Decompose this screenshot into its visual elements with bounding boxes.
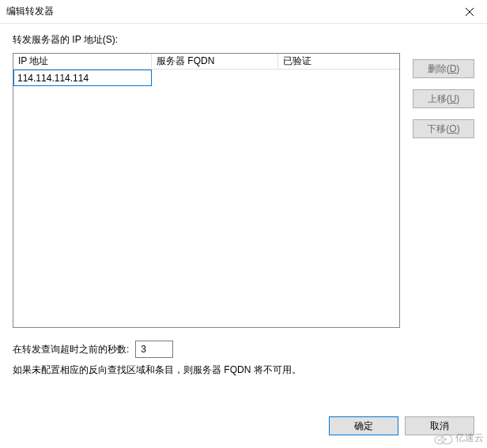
forwarders-table: IP 地址 服务器 FQDN 已验证 (13, 53, 400, 328)
note-text: 如果未配置相应的反向查找区域和条目，则服务器 FQDN 将不可用。 (13, 363, 474, 377)
timeout-label: 在转发查询超时之前的秒数: (13, 343, 129, 356)
table-row (13, 70, 399, 86)
svg-point-3 (445, 438, 447, 439)
ok-button[interactable]: 确定 (329, 416, 398, 435)
dialog-content: 转发服务器的 IP 地址(S): IP 地址 服务器 FQDN 已验证 删除(D… (0, 24, 487, 328)
timeout-row: 在转发查询超时之前的秒数: (13, 341, 474, 358)
side-buttons: 删除(D) 上移(U) 下移(O) (413, 53, 474, 328)
watermark-text: 亿速云 (455, 431, 484, 445)
close-button[interactable] (451, 0, 487, 24)
close-icon (466, 8, 474, 16)
ip-input[interactable] (13, 70, 152, 86)
dialog-title: 编辑转发器 (6, 5, 54, 18)
bottom-area: 在转发查询超时之前的秒数: 如果未配置相应的反向查找区域和条目，则服务器 FQD… (0, 328, 487, 377)
servers-label: 转发服务器的 IP 地址(S): (13, 33, 474, 47)
header-fqdn[interactable]: 服务器 FQDN (152, 54, 278, 69)
titlebar: 编辑转发器 (0, 0, 487, 24)
header-verified[interactable]: 已验证 (278, 54, 399, 69)
header-ip[interactable]: IP 地址 (13, 54, 152, 69)
table-body (13, 70, 399, 327)
table-wrap: IP 地址 服务器 FQDN 已验证 (13, 53, 403, 328)
main-row: IP 地址 服务器 FQDN 已验证 删除(D) 上移(U) 下移(O) (13, 53, 474, 328)
delete-button[interactable]: 删除(D) (413, 59, 474, 78)
cloud-icon (433, 432, 454, 445)
svg-point-2 (438, 439, 440, 440)
move-down-button[interactable]: 下移(O) (413, 119, 474, 138)
move-up-button[interactable]: 上移(U) (413, 89, 474, 108)
timeout-input[interactable] (135, 341, 173, 358)
table-header: IP 地址 服务器 FQDN 已验证 (13, 54, 399, 70)
watermark: 亿速云 (433, 431, 484, 445)
